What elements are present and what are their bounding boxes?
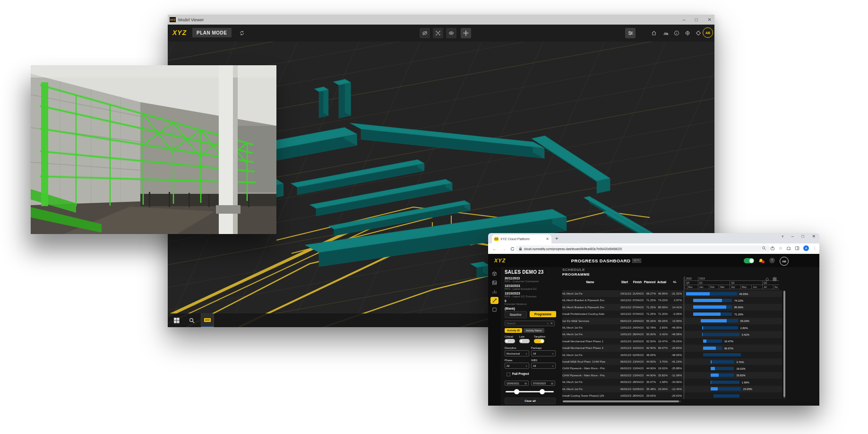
select-wbs[interactable]: All∨ [531, 363, 556, 369]
toggle-late[interactable] [519, 339, 530, 343]
horizontal-scrollbar[interactable] [562, 400, 681, 402]
browser-tab[interactable]: XYZ XYZ Cloud Platform ✕ [492, 234, 551, 243]
windows-start-icon[interactable] [171, 313, 183, 327]
schedule-row[interactable]: HL Mech 1st Fix06/02/2302/05/2335.48%23.… [562, 386, 782, 392]
hide-icon[interactable] [420, 28, 430, 38]
target-icon[interactable] [682, 28, 693, 38]
column-header-finish[interactable]: Finish [631, 280, 644, 284]
date-range-slider[interactable] [506, 391, 554, 392]
layers-icon[interactable] [661, 28, 671, 38]
extensions-icon[interactable] [786, 246, 791, 251]
search-icon[interactable]: ⌕ [547, 321, 549, 325]
image-icon[interactable] [490, 279, 498, 286]
plan-mode-button[interactable]: PLAN MODE [192, 28, 232, 37]
tab-search-chevron-icon[interactable]: ∨ [782, 234, 784, 238]
info-icon[interactable] [671, 28, 682, 38]
square-icon[interactable] [490, 306, 498, 313]
gantt-home-icon[interactable] [765, 277, 769, 281]
viewer-avatar[interactable]: AB [703, 27, 713, 38]
schedule-row[interactable]: HL Mech 1st Fix06/02/2328/04/2336.67%1.6… [562, 379, 782, 385]
share-icon[interactable] [770, 246, 775, 251]
progress-icon[interactable] [490, 297, 498, 304]
toggle-critical[interactable] [505, 339, 515, 343]
sync-icon[interactable] [237, 28, 247, 38]
viewer-titlebar[interactable]: XYZ Model Viewer – ▢ ✕ [168, 15, 714, 25]
gantt-grid-icon[interactable] [773, 277, 777, 281]
schedule-row[interactable]: CHW Pipework - Main Runs - Pric06/02/231… [562, 372, 782, 379]
browser-profile-avatar[interactable]: A [803, 245, 809, 251]
date-to-field[interactable]: 07/03/2023⊞ [531, 381, 555, 386]
tab-baseline[interactable]: Baseline [505, 311, 527, 318]
activity-id-button[interactable]: Activity ID [505, 328, 522, 333]
header-toggle[interactable] [744, 258, 754, 263]
reload-icon[interactable] [510, 246, 515, 252]
gantt-planned-bar[interactable] [703, 353, 741, 356]
schedule-row[interactable]: Install Prefabricated Cooling Aisle19/12… [562, 311, 782, 317]
tab-programme[interactable]: Programme [530, 311, 556, 317]
date-from-field[interactable]: 15/06/2021⊞ [505, 381, 529, 386]
filters-icon[interactable] [625, 28, 636, 38]
column-header-actual[interactable]: Actual [656, 280, 668, 284]
model-icon[interactable] [490, 270, 498, 277]
schedule-row[interactable]: 1st Fix M&E Services09/01/2324/04/2355.2… [562, 318, 782, 324]
gantt-planned-bar[interactable] [702, 333, 739, 336]
schedule-row[interactable]: HL Mech 1st Fix13/01/2324/04/2352.78%2.8… [562, 324, 782, 331]
slider-handle-left[interactable] [514, 389, 519, 394]
schedule-row[interactable]: HL Mech Bracket & Pipework Dro19/12/2207… [562, 304, 782, 311]
bookmark-star-icon[interactable]: ☆ [779, 246, 782, 251]
schedule-row[interactable]: Install Mechanical Plant Phase 116/01/23… [562, 338, 782, 345]
home-icon[interactable] [649, 28, 659, 38]
activity-name-button[interactable]: Activity Name [524, 328, 544, 333]
column-header-start[interactable]: Start [618, 280, 631, 284]
taskbar-search-icon[interactable] [186, 313, 198, 327]
select-package[interactable]: All∨ [531, 350, 556, 356]
browser-close-icon[interactable]: ✕ [812, 234, 816, 239]
schedule-row[interactable]: HL Mech 1st Fix16/01/2302/05/2348.05%-48… [562, 352, 782, 358]
new-tab-icon[interactable]: + [555, 236, 558, 241]
pan-tool-icon[interactable] [461, 28, 471, 38]
url-bar[interactable]: cloud.xyzreality.com/progress-dashboard/… [516, 245, 771, 252]
notifications-bell-icon[interactable] [758, 257, 764, 266]
gantt-planned-bar[interactable] [713, 394, 739, 398]
clear-search-icon[interactable]: ✕ [550, 321, 553, 325]
browser-maximize-icon[interactable]: ▢ [801, 234, 805, 238]
help-icon[interactable]: ? [769, 258, 775, 263]
tab-close-icon[interactable]: ✕ [546, 237, 549, 241]
select-phase[interactable]: All∨ [505, 363, 529, 369]
page-search-icon[interactable] [762, 246, 766, 251]
forward-icon[interactable]: → [501, 246, 506, 252]
column-header-name[interactable]: Name [562, 280, 618, 284]
browser-minimize-icon[interactable]: – [791, 234, 794, 239]
vertical-scrollbar[interactable] [783, 290, 785, 399]
gantt-planned-bar[interactable] [711, 381, 739, 384]
schedule-row[interactable]: Install Mechanical Plant Phase 316/01/23… [562, 345, 782, 351]
toggle-tangibles[interactable] [534, 339, 544, 343]
schedule-row[interactable]: CHW Pipework - Main Runs - Pric06/02/231… [562, 365, 782, 372]
schedule-row[interactable]: HL Mech Bracket & Pipework Dro19/12/2207… [562, 297, 782, 304]
taskbar-xyz-app-icon[interactable]: XYZ [201, 313, 214, 328]
full-project-handle[interactable] [507, 373, 510, 376]
schedule-row[interactable]: HL Mech 1st Fix13/01/2328/04/2350.00%0.4… [562, 331, 782, 338]
gantt-planned-bar[interactable] [711, 360, 734, 364]
minimize-icon[interactable]: – [682, 17, 685, 22]
column-header-[interactable]: +/- [668, 280, 682, 284]
chart-icon[interactable] [490, 288, 498, 295]
select-discipline[interactable]: Mechanical∨ [505, 350, 529, 356]
view-cube-icon[interactable] [693, 28, 704, 38]
column-header-planned[interactable]: Planned [644, 280, 656, 284]
gantt-planned-bar[interactable] [702, 326, 738, 330]
back-icon[interactable]: ← [492, 246, 497, 252]
browser-menu-icon[interactable]: ⋮ [813, 246, 816, 251]
dashboard-avatar[interactable]: AB [780, 257, 789, 266]
schedule-row[interactable]: Install Cooling Tower Phase2 (2N14/02/23… [562, 392, 782, 399]
close-icon[interactable]: ✕ [708, 17, 712, 22]
sidebar-panel-icon[interactable] [795, 246, 799, 251]
clear-all-button[interactable]: Clear all [505, 398, 556, 404]
slider-handle-right[interactable] [540, 389, 545, 394]
fit-view-icon[interactable] [433, 28, 443, 38]
show-icon[interactable] [446, 28, 456, 38]
search-input[interactable] [505, 322, 547, 325]
schedule-row[interactable]: HL Mech 1st Fix29/11/2221/04/2368.27%46.… [562, 290, 782, 297]
maximize-icon[interactable]: ▢ [695, 17, 698, 22]
schedule-row[interactable]: Install M&E Roof Plant .CHW Pipe06/02/23… [562, 358, 782, 365]
